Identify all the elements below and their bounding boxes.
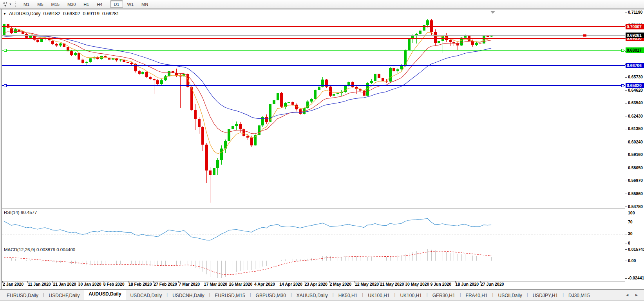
tab-usdjpy-h1[interactable]: USDJPY,H1 bbox=[528, 292, 562, 300]
hline-handle[interactable] bbox=[621, 84, 624, 87]
ma-medium-line bbox=[4, 32, 491, 134]
axis-tick bbox=[625, 261, 627, 261]
tab-usdcad-daily[interactable]: USDCAD,Daily bbox=[126, 292, 166, 300]
timeframe-button-h1[interactable]: H1 bbox=[80, 0, 92, 8]
tab-usdcnh-daily[interactable]: USDCNH,Daily bbox=[168, 292, 208, 300]
axis-label: -0.024412 bbox=[628, 276, 644, 281]
tab-uk100-h1[interactable]: UK100,H1 bbox=[364, 292, 394, 300]
timeframe-button-h4[interactable]: H4 bbox=[93, 0, 106, 8]
dropdown-caret-icon[interactable]: ▼ bbox=[9, 3, 12, 5]
axis-tick bbox=[625, 278, 627, 279]
chart-tool-icon[interactable] bbox=[2, 1, 9, 7]
tab-fra40-h1[interactable]: FRA40,H1 bbox=[461, 292, 492, 300]
toolbar-separator bbox=[108, 1, 108, 7]
axis-tick bbox=[625, 194, 627, 194]
axis-tick bbox=[625, 234, 627, 234]
tab-dj30-m15[interactable]: DJ30,M15 bbox=[564, 292, 594, 300]
tab-hk50-h1[interactable]: HK50,H1 bbox=[334, 292, 362, 300]
chart-canvas[interactable] bbox=[2, 10, 625, 286]
price-level-badge-0.66706: 0.66706 bbox=[626, 63, 644, 68]
date-label: 27 Jun 2020 bbox=[481, 282, 504, 286]
price-level-badge-0.70007: 0.70007 bbox=[626, 24, 644, 29]
hline-handle[interactable] bbox=[621, 49, 624, 51]
axis-tick bbox=[625, 207, 627, 207]
date-label: 18 Jun 2020 bbox=[456, 282, 479, 286]
date-label: 26 Mar 2020 bbox=[229, 282, 253, 286]
price-arrow-marker[interactable] bbox=[583, 34, 586, 37]
tab-uk100-h1[interactable]: UK100,H1 bbox=[396, 292, 426, 300]
date-label: 21 May 2020 bbox=[380, 282, 404, 286]
macd-indicator-label: MACD(12,26,9) 0.003879 0.004400 bbox=[4, 247, 75, 252]
ohlc-open: 0.69182 bbox=[43, 11, 60, 16]
chart-title-caret-icon[interactable]: ▼ bbox=[3, 12, 6, 16]
date-label: 4 Apr 2020 bbox=[254, 282, 275, 286]
axis-tick bbox=[625, 142, 627, 142]
axis-label: 0 bbox=[628, 241, 630, 246]
timeframe-button-m5[interactable]: M5 bbox=[34, 0, 47, 8]
ohlc-close: 0.69281 bbox=[102, 11, 119, 16]
axis-label: 0.62430 bbox=[628, 114, 643, 119]
date-label: 17 Mar 2020 bbox=[204, 282, 228, 286]
axis-label: 30 bbox=[628, 231, 633, 236]
timeframe-button-d1[interactable]: D1 bbox=[110, 0, 123, 8]
price-level-badge-0.68017: 0.68017 bbox=[626, 47, 644, 53]
tab-gbpusd-m30[interactable]: GBPUSD,M30 bbox=[251, 292, 290, 300]
axis-label: 0.00 bbox=[628, 258, 636, 263]
date-label: 30 May 2020 bbox=[405, 282, 429, 286]
chart-tabs: EURUSD,Daily|USDCHF,DailyAUDUSD,DailyUSD… bbox=[2, 289, 594, 300]
chart-tab-bar: EURUSD,Daily|USDCHF,DailyAUDUSD,DailyUSD… bbox=[0, 290, 644, 301]
tab-ger30-h1[interactable]: GER30,H1 bbox=[428, 292, 459, 300]
timeframe-button-group: M1M5M15M30H1H4D1W1MN bbox=[20, 0, 152, 8]
axis-tick bbox=[625, 13, 627, 13]
current-price-badge: 0.69281 bbox=[626, 33, 644, 38]
ma-slow-line bbox=[4, 35, 491, 119]
chart-title: ▼ AUDUSD,Daily 0.69182 0.69302 0.69119 0… bbox=[3, 11, 119, 16]
date-label: 8 Feb 2020 bbox=[103, 282, 125, 286]
timeframe-button-w1[interactable]: W1 bbox=[124, 0, 137, 8]
hline-handle[interactable] bbox=[4, 84, 6, 87]
axis-label: 70 bbox=[628, 219, 633, 225]
timeframe-button-m1[interactable]: M1 bbox=[20, 0, 33, 8]
hline-handle[interactable] bbox=[4, 49, 6, 51]
ohlc-low: 0.69119 bbox=[83, 11, 99, 16]
date-label: 30 Jan 2020 bbox=[78, 282, 101, 286]
axis-label: 0.59160 bbox=[628, 152, 643, 157]
rsi-indicator-label: RSI(14) 60.4577 bbox=[4, 210, 37, 215]
axis-label: 0.56970 bbox=[628, 178, 643, 183]
tab-usdchf-daily[interactable]: USDCHF,Daily bbox=[45, 292, 84, 300]
axis-label: 0.54780 bbox=[628, 204, 643, 209]
axis-tick bbox=[625, 155, 627, 155]
tab-eurusd-daily[interactable]: EURUSD,Daily bbox=[2, 292, 43, 300]
axis-label: 0.64620 bbox=[628, 88, 643, 93]
tab-eurusd-m15[interactable]: EURUSD,M15 bbox=[210, 292, 249, 300]
axis-label: 0.63540 bbox=[628, 100, 643, 105]
tab-scroll-right-button[interactable]: ► bbox=[635, 293, 639, 297]
timeframe-button-m15[interactable]: M15 bbox=[48, 0, 63, 8]
tab-audusd-daily[interactable]: AUDUSD,Daily bbox=[84, 289, 126, 300]
axis-label: 0.55860 bbox=[628, 191, 643, 196]
toolbar-grip-handle[interactable] bbox=[15, 2, 17, 7]
tab-usoil-daily[interactable]: USOil,Daily bbox=[494, 292, 526, 300]
axis-tick bbox=[625, 90, 627, 91]
axis-tick bbox=[625, 103, 627, 103]
tab-scroll-left-button[interactable]: ◄ bbox=[625, 293, 629, 297]
price-level-badge-0.65020: 0.65020 bbox=[626, 83, 644, 88]
axis-tick bbox=[625, 116, 627, 116]
chart-symbol-period: AUDUSD,Daily bbox=[9, 11, 41, 16]
date-label: 12 May 2020 bbox=[355, 282, 379, 286]
timeframe-button-m30[interactable]: M30 bbox=[64, 0, 79, 8]
date-label: 11 Jan 2020 bbox=[28, 282, 51, 286]
timeframe-button-mn[interactable]: MN bbox=[138, 0, 152, 8]
date-label: 27 Feb 2020 bbox=[154, 282, 177, 286]
date-label: 14 Apr 2020 bbox=[279, 282, 302, 286]
tab-xauusd-daily[interactable]: XAUUSD,Daily bbox=[292, 292, 332, 300]
axis-label: 0.60240 bbox=[628, 140, 643, 145]
date-label: 2 May 2020 bbox=[330, 282, 351, 286]
axis-tick bbox=[625, 243, 627, 243]
axis-label: 0.015741 bbox=[628, 247, 644, 252]
axis-tick bbox=[625, 249, 627, 250]
chart-shift-marker-icon[interactable] bbox=[490, 11, 495, 14]
date-label: 7 Mar 2020 bbox=[179, 282, 200, 286]
axis-tick bbox=[625, 222, 627, 222]
price-axis[interactable]: 0.711900.701100.690000.679200.668100.657… bbox=[625, 10, 644, 286]
